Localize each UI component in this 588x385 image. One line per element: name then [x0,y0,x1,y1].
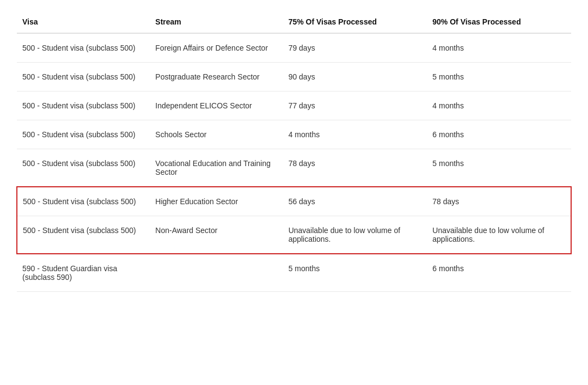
cell-p90: 6 months [427,254,571,292]
table-row: 590 - Student Guardian visa (subclass 59… [17,254,571,292]
cell-p75: 77 days [283,91,427,120]
header-visa: Visa [17,11,150,33]
cell-visa: 500 - Student visa (subclass 500) [17,120,150,149]
cell-p90: 6 months [427,120,571,149]
table-row: 500 - Student visa (subclass 500)Schools… [17,120,571,149]
cell-visa: 500 - Student visa (subclass 500) [17,216,150,254]
cell-p90: Unavailable due to low volume of applica… [427,216,571,254]
cell-visa: 590 - Student Guardian visa (subclass 59… [17,254,150,292]
header-75pct: 75% Of Visas Processed [283,11,427,33]
cell-stream: Vocational Education and Training Sector [150,149,283,187]
cell-visa: 500 - Student visa (subclass 500) [17,33,150,63]
cell-p90: 4 months [427,91,571,120]
cell-p90: 5 months [427,63,571,91]
cell-visa: 500 - Student visa (subclass 500) [17,91,150,120]
table-row: 500 - Student visa (subclass 500)Foreign… [17,33,571,63]
table-row: 500 - Student visa (subclass 500)Indepen… [17,91,571,120]
cell-stream: Foreign Affairs or Defence Sector [150,33,283,63]
cell-p75: 79 days [283,33,427,63]
header-90pct: 90% Of Visas Processed [427,11,571,33]
cell-stream: Higher Education Sector [150,187,283,216]
cell-p75: Unavailable due to low volume of applica… [283,216,427,254]
cell-p90: 5 months [427,149,571,187]
cell-visa: 500 - Student visa (subclass 500) [17,63,150,91]
cell-stream: Non-Award Sector [150,216,283,254]
cell-p90: 4 months [427,33,571,63]
cell-stream: Postgraduate Research Sector [150,63,283,91]
table-row: 500 - Student visa (subclass 500)Vocatio… [17,149,571,187]
cell-stream: Independent ELICOS Sector [150,91,283,120]
table-row: 500 - Student visa (subclass 500)Postgra… [17,63,571,91]
cell-p90: 78 days [427,187,571,216]
cell-p75: 56 days [283,187,427,216]
cell-p75: 4 months [283,120,427,149]
cell-p75: 78 days [283,149,427,187]
header-stream: Stream [150,11,283,33]
cell-p75: 5 months [283,254,427,292]
cell-visa: 500 - Student visa (subclass 500) [17,149,150,187]
table-row: 500 - Student visa (subclass 500)Non-Awa… [17,216,571,254]
table-row: 500 - Student visa (subclass 500)Higher … [17,187,571,216]
cell-p75: 90 days [283,63,427,91]
cell-stream [150,254,283,292]
visa-processing-table: Visa Stream 75% Of Visas Processed 90% O… [16,11,572,292]
cell-stream: Schools Sector [150,120,283,149]
table-header-row: Visa Stream 75% Of Visas Processed 90% O… [17,11,571,33]
cell-visa: 500 - Student visa (subclass 500) [17,187,150,216]
